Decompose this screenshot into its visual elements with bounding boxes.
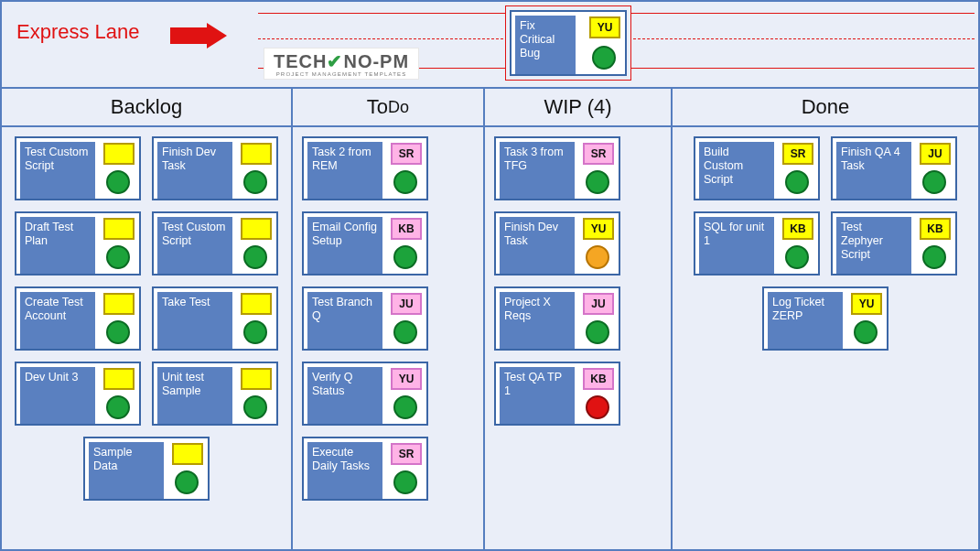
- status-dot-icon: [393, 470, 417, 494]
- card-owner: JU: [391, 293, 422, 315]
- card-title: Task 2 from REM: [307, 142, 382, 199]
- status-dot-icon: [586, 320, 609, 344]
- column-wip: WIP (4) Task 3 from TFGSRFinish Dev Task…: [485, 89, 673, 549]
- card-owner: YU: [589, 16, 620, 38]
- kanban-card[interactable]: Sample Data: [83, 437, 210, 501]
- kanban-card[interactable]: Test Zephyer ScriptKB: [831, 211, 957, 276]
- card-title: SQL for unit 1: [699, 217, 774, 274]
- card-owner: SR: [782, 143, 813, 165]
- logo: TECH✔NO-PM PROJECT MANAGEMENT TEMPLATES: [264, 48, 419, 80]
- kanban-card[interactable]: SQL for unit 1KB: [694, 211, 820, 276]
- status-dot-icon: [854, 320, 878, 344]
- status-dot-icon: [586, 395, 609, 419]
- column-backlog: Backlog Test Custom ScriptFinish Dev Tas…: [2, 89, 293, 549]
- card-title: Execute Daily Tasks: [307, 442, 382, 499]
- express-lane-label: Express Lane: [16, 20, 140, 44]
- card-title: Test QA TP 1: [500, 367, 575, 424]
- kanban-board: Express Lane TECH✔NO-PM PROJECT MANAGEME…: [0, 0, 980, 551]
- status-dot-icon: [922, 170, 946, 194]
- card-owner: [241, 218, 272, 240]
- kanban-card[interactable]: Email Config SetupKB: [302, 211, 428, 276]
- kanban-card[interactable]: Test Custom Script: [152, 211, 278, 276]
- card-title: Test Custom Script: [157, 217, 232, 274]
- kanban-card[interactable]: Execute Daily TasksSR: [302, 437, 428, 501]
- card-owner: JU: [583, 293, 614, 315]
- card-title: Dev Unit 3: [20, 367, 95, 424]
- card-owner: JU: [920, 143, 951, 165]
- column-header: Done: [673, 89, 978, 127]
- kanban-card[interactable]: Log Ticket ZERPYU: [762, 286, 888, 351]
- status-dot-icon: [106, 170, 130, 194]
- card-owner: KB: [782, 218, 813, 240]
- card-owner: [103, 218, 135, 240]
- status-dot-icon: [243, 395, 267, 419]
- card-owner: YU: [583, 218, 614, 240]
- kanban-card[interactable]: Dev Unit 3: [15, 362, 141, 426]
- status-dot-icon: [586, 170, 609, 194]
- kanban-card[interactable]: Build Custom ScriptSR: [694, 136, 820, 200]
- kanban-card[interactable]: Finish QA 4 TaskJU: [831, 136, 957, 200]
- kanban-card[interactable]: Test QA TP 1KB: [494, 362, 620, 426]
- column-header: To Do: [293, 89, 483, 127]
- kanban-card[interactable]: Verify Q StatusYU: [302, 362, 428, 426]
- column-header: WIP (4): [485, 89, 671, 127]
- columns: Backlog Test Custom ScriptFinish Dev Tas…: [2, 89, 978, 549]
- card-title: Verify Q Status: [307, 367, 382, 424]
- status-dot-icon: [393, 320, 417, 344]
- kanban-card[interactable]: Test Branch QJU: [302, 286, 428, 351]
- logo-text: H: [313, 51, 327, 71]
- column-body: Test Custom ScriptFinish Dev TaskDraft T…: [2, 127, 291, 510]
- card-title: Finish Dev Task: [157, 142, 232, 199]
- status-dot-icon: [592, 46, 616, 70]
- card-owner: [241, 368, 272, 390]
- card-owner: [103, 143, 135, 165]
- status-dot-icon: [785, 245, 809, 269]
- card-owner: YU: [391, 368, 422, 390]
- kanban-card[interactable]: Create Test Account: [15, 286, 141, 351]
- logo-text: TEC: [274, 51, 313, 71]
- card-title: Finish Dev Task: [500, 217, 575, 274]
- card-owner: SR: [583, 143, 614, 165]
- column-body: Task 2 from REMSREmail Config SetupKBTes…: [293, 127, 483, 510]
- column-done: Done Build Custom ScriptSRFinish QA 4 Ta…: [673, 89, 978, 549]
- card-owner: [103, 368, 135, 390]
- card-owner: KB: [583, 368, 614, 390]
- card-title: Test Zephyer Script: [836, 217, 911, 274]
- card-title: Task 3 from TFG: [500, 142, 575, 199]
- status-dot-icon: [243, 245, 267, 269]
- kanban-card[interactable]: Task 2 from REMSR: [302, 136, 428, 200]
- column-body: Task 3 from TFGSRFinish Dev TaskYUProjec…: [485, 127, 671, 435]
- arrow-right-icon: [170, 26, 229, 46]
- card-title: Log Ticket ZERP: [768, 292, 843, 349]
- kanban-card[interactable]: Finish Dev Task: [152, 136, 278, 200]
- card-owner: KB: [391, 218, 422, 240]
- card-owner: [241, 143, 272, 165]
- kanban-card[interactable]: Take Test: [152, 286, 278, 351]
- status-dot-icon: [393, 170, 417, 194]
- card-title: Email Config Setup: [307, 217, 382, 274]
- kanban-card[interactable]: Project X ReqsJU: [494, 286, 620, 351]
- kanban-card[interactable]: Task 3 from TFGSR: [494, 136, 620, 200]
- status-dot-icon: [243, 170, 267, 194]
- kanban-card[interactable]: Test Custom Script: [15, 136, 141, 200]
- status-dot-icon: [175, 470, 199, 494]
- status-dot-icon: [393, 245, 417, 269]
- logo-subtext: PROJECT MANAGEMENT TEMPLATES: [274, 71, 409, 77]
- check-icon: ✔: [327, 51, 343, 71]
- status-dot-icon: [785, 170, 809, 194]
- status-dot-icon: [106, 320, 130, 344]
- kanban-card[interactable]: Unit test Sample: [152, 362, 278, 426]
- card-owner: SR: [391, 443, 422, 465]
- logo-text: NO-PM: [343, 51, 409, 71]
- card-title: Test Custom Script: [20, 142, 95, 199]
- kanban-card[interactable]: Draft Test Plan: [15, 211, 141, 276]
- column-title: To: [367, 95, 388, 119]
- status-dot-icon: [106, 395, 130, 419]
- card-title: Test Branch Q: [307, 292, 382, 349]
- status-dot-icon: [393, 395, 417, 419]
- column-body: Build Custom ScriptSRFinish QA 4 TaskJUS…: [673, 127, 978, 360]
- card-title: Build Custom Script: [699, 142, 774, 199]
- card-title: Unit test Sample: [157, 367, 232, 424]
- express-card[interactable]: Fix Critical Bug YU: [505, 5, 631, 81]
- kanban-card[interactable]: Finish Dev TaskYU: [494, 211, 620, 276]
